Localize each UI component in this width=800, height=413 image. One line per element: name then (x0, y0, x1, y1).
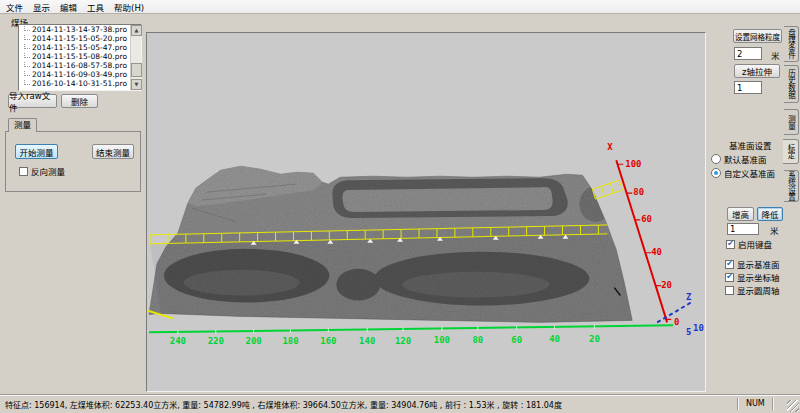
y-tick-label: 100 (434, 335, 450, 345)
arrow-up-icon: ▲ (135, 27, 139, 33)
check-icon: ✔ (726, 273, 733, 281)
enable-keyboard-label: 启用键盘 (738, 238, 772, 250)
show-circle-axis-checkbox[interactable] (725, 286, 734, 295)
tree-branch-line (24, 43, 30, 49)
side-tab-history-data[interactable]: 历史数据 (784, 65, 799, 103)
side-tab-system-settings[interactable]: 系统设置 (784, 170, 799, 202)
x-axis-name: X (607, 142, 613, 152)
file-name[interactable]: 2014-11-15-15-05-20.pro (32, 34, 127, 43)
file-name[interactable]: 2016-10-14-10-31-51.pro (32, 79, 127, 88)
y-tick-label: 140 (359, 336, 375, 346)
lower-button[interactable]: 降低 (757, 207, 783, 221)
x-tick-label: 40 (651, 247, 662, 257)
custom-base-plane-radio[interactable] (711, 168, 721, 178)
step-unit-label: 米 (770, 224, 779, 236)
tree-branch-line (24, 34, 30, 40)
tab-measure[interactable]: 测量 (8, 118, 37, 132)
show-circle-axis-label: 显示圆周轴 (737, 284, 780, 296)
end-measure-button[interactable]: 结束测量 (92, 144, 134, 159)
file-name[interactable]: 2014-11-15-15-08-40.pro (32, 52, 127, 61)
tree-branch-line (24, 61, 30, 67)
set-grid-granularity-button[interactable]: 设置网格粒度 (733, 29, 782, 43)
default-base-plane-label: 默认基准面 (724, 153, 767, 165)
menu-bar: 文件 显示 编辑 工具 帮助(H) (0, 0, 800, 14)
status-bar: 特征点: 156914, 左煤堆体积: 62253.40立方米, 重量: 547… (0, 394, 800, 413)
custom-base-plane-row[interactable]: 自定义基准面 (711, 167, 775, 179)
file-tree-scrollbar[interactable]: ▲ ▼ (130, 25, 141, 90)
z-tick-label: 10 (693, 323, 704, 333)
show-base-plane-row[interactable]: ✔ 显示基准面 (725, 258, 780, 270)
raise-button[interactable]: 增高 (727, 207, 754, 221)
x-tick-label: 80 (633, 187, 644, 197)
delete-button[interactable]: 删除 (61, 94, 98, 108)
grid-size-unit-label: 米 (771, 49, 780, 61)
file-tree-item[interactable]: 2014-11-16-09-03-49.pro (19, 70, 141, 79)
file-name[interactable]: 2014-11-15-15-05-47.pro (32, 43, 127, 52)
file-tree-item[interactable]: 2014-11-15-15-05-47.pro (19, 43, 141, 52)
y-tick-label: 20 (589, 334, 600, 344)
y-tick-label: 80 (472, 335, 483, 345)
measure-tab-panel (5, 131, 141, 192)
menu-item-file[interactable]: 文件 (2, 0, 27, 14)
status-measurements-text: 特征点: 156914, 左煤堆体积: 62253.40立方米, 重量: 547… (5, 399, 562, 410)
status-divider (772, 398, 774, 410)
side-tab-measure[interactable]: 测量 (784, 109, 799, 135)
step-value-input[interactable] (727, 223, 759, 235)
side-tab-calibration[interactable]: 标定 (783, 139, 799, 164)
show-circle-axis-row[interactable]: 显示圆周轴 (725, 284, 780, 296)
file-tree-item[interactable]: 2014-11-15-15-05-20.pro (19, 34, 141, 43)
z-axis-tick-labels: Z 5 10 (686, 293, 704, 338)
start-measure-button[interactable]: 开始测量 (15, 144, 58, 159)
x-tick-label: 100 (625, 159, 641, 169)
y-tick-label: 200 (246, 336, 262, 346)
import-raw-button[interactable]: 导入raw文件 (8, 94, 57, 108)
show-axes-row[interactable]: ✔ 显示坐标轴 (725, 271, 780, 283)
menu-item-view[interactable]: 显示 (29, 0, 54, 14)
file-name[interactable]: 2014-11-13-14-37-38.pro (32, 25, 127, 34)
z-stretch-input[interactable] (734, 81, 762, 94)
tree-branch-line (24, 52, 30, 58)
show-axes-label: 显示坐标轴 (737, 271, 780, 283)
show-axes-checkbox[interactable]: ✔ (725, 273, 734, 282)
default-base-plane-row[interactable]: 默认基准面 (711, 153, 767, 165)
y-tick-label: 180 (282, 336, 298, 346)
profile-file-tree[interactable]: 2014-11-13-14-37-38.pro 2014-11-15-15-05… (18, 24, 142, 91)
enable-keyboard-row[interactable]: ✔ 启用键盘 (726, 238, 772, 250)
scroll-up-button[interactable]: ▲ (131, 25, 142, 36)
grid-size-input[interactable] (734, 47, 762, 60)
tree-branch-line (24, 70, 30, 76)
file-tree-item[interactable]: 2014-11-16-08-57-58.pro (19, 61, 141, 70)
menu-item-edit[interactable]: 编辑 (56, 0, 81, 14)
file-name[interactable]: 2014-11-16-08-57-58.pro (32, 61, 127, 70)
x-tick-label: 0 (674, 317, 679, 327)
resize-grip[interactable] (787, 400, 799, 412)
reverse-measure-checkbox[interactable] (19, 167, 28, 176)
file-name[interactable]: 2014-11-16-09-03-49.pro (32, 70, 127, 79)
show-base-plane-checkbox[interactable]: ✔ (725, 260, 734, 269)
menu-item-help[interactable]: 帮助(H) (110, 0, 148, 14)
scrollbar-thumb[interactable] (131, 63, 142, 77)
3d-viewport[interactable]: 240 220 200 180 160 140 120 100 80 60 40… (146, 32, 706, 392)
file-tree-item[interactable]: 2014-11-13-14-37-38.pro (19, 25, 141, 34)
default-base-plane-radio[interactable] (711, 154, 721, 164)
status-divider (737, 398, 739, 410)
3d-scene: 240 220 200 180 160 140 120 100 80 60 40… (147, 33, 705, 391)
side-tab-coal-conditions[interactable]: 盘煤条件 (784, 26, 799, 62)
y-axis (149, 325, 673, 334)
z-stretch-button[interactable]: z轴拉伸 (734, 64, 780, 78)
check-icon: ✔ (726, 260, 733, 268)
reverse-measure-row[interactable]: 反向测量 (19, 165, 65, 177)
reverse-measure-label: 反向测量 (31, 165, 65, 177)
scroll-down-button[interactable]: ▼ (131, 79, 142, 90)
y-tick-label: 160 (320, 336, 336, 346)
enable-keyboard-checkbox[interactable]: ✔ (726, 240, 735, 249)
file-tree-item[interactable]: 2014-11-15-15-08-40.pro (19, 52, 141, 61)
file-tree-item[interactable]: 2016-10-14-10-31-51.pro (19, 79, 141, 88)
num-lock-indicator: NUM (746, 399, 765, 408)
x-tick-label: 60 (641, 214, 652, 224)
menu-item-tools[interactable]: 工具 (83, 0, 108, 14)
tree-branch-line (24, 25, 30, 31)
y-tick-label: 120 (395, 336, 411, 346)
z-tick-label: 5 (686, 327, 691, 337)
y-tick-label: 220 (208, 336, 224, 346)
